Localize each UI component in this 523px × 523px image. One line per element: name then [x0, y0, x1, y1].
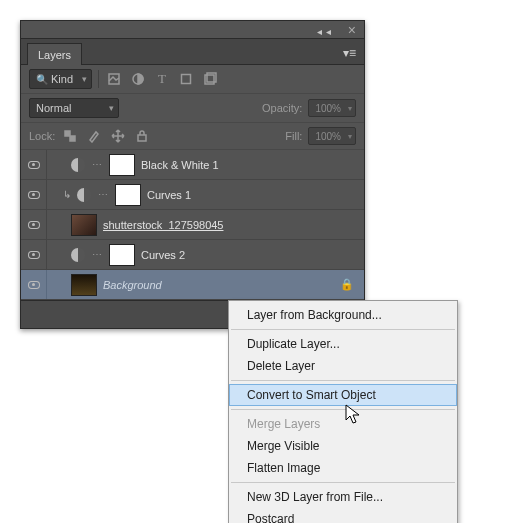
filter-kind-select[interactable]: 🔍 Kind: [29, 69, 92, 89]
menu-separator: [231, 329, 455, 330]
eye-icon: [28, 161, 40, 169]
svg-rect-7: [138, 135, 146, 141]
lock-transparency-icon[interactable]: [61, 127, 79, 145]
visibility-toggle[interactable]: [21, 180, 47, 209]
layer-list: ⋯ Black & White 1 ↳ ⋯ Curves 1 shutterst…: [21, 150, 364, 300]
filter-adjustment-icon[interactable]: [129, 70, 147, 88]
menu-new-3d-layer[interactable]: New 3D Layer from File...: [229, 486, 457, 508]
layer-mask-thumb[interactable]: [109, 154, 135, 176]
opacity-value[interactable]: 100%: [308, 99, 356, 117]
collapse-arrows-icon[interactable]: ◂◂: [317, 26, 334, 34]
layer-row[interactable]: ↳ ⋯ Curves 1: [21, 180, 364, 210]
layer-context-menu: Layer from Background... Duplicate Layer…: [228, 300, 458, 523]
filter-smartobject-icon[interactable]: [201, 70, 219, 88]
panel-menu-icon[interactable]: ▾≡: [335, 42, 364, 64]
layer-row[interactable]: Background 🔒: [21, 270, 364, 300]
divider: [98, 70, 99, 88]
adjustment-icon: [77, 188, 91, 202]
filter-type-icon[interactable]: T: [153, 70, 171, 88]
menu-delete-layer[interactable]: Delete Layer: [229, 355, 457, 377]
layer-row[interactable]: ⋯ Curves 2: [21, 240, 364, 270]
mask-link-icon[interactable]: ⋯: [97, 189, 109, 200]
layer-thumbnail[interactable]: [71, 274, 97, 296]
eye-icon: [28, 251, 40, 259]
layer-mask-thumb[interactable]: [115, 184, 141, 206]
tab-layers[interactable]: Layers: [27, 43, 82, 65]
visibility-toggle[interactable]: [21, 150, 47, 179]
menu-convert-smart-object[interactable]: Convert to Smart Object: [229, 384, 457, 406]
menu-merge-layers: Merge Layers: [229, 413, 457, 435]
menu-separator: [231, 380, 455, 381]
eye-icon: [28, 281, 40, 289]
layer-name[interactable]: shutterstock_127598045: [103, 219, 223, 231]
visibility-toggle[interactable]: [21, 210, 47, 239]
layer-name[interactable]: Curves 2: [141, 249, 185, 261]
lock-position-icon[interactable]: [109, 127, 127, 145]
blend-mode-select[interactable]: Normal: [29, 98, 119, 118]
menu-separator: [231, 482, 455, 483]
adjustment-icon: [71, 248, 85, 262]
search-icon: 🔍: [36, 74, 48, 85]
layer-row[interactable]: shutterstock_127598045: [21, 210, 364, 240]
layer-mask-thumb[interactable]: [109, 244, 135, 266]
visibility-toggle[interactable]: [21, 240, 47, 269]
menu-flatten-image[interactable]: Flatten Image: [229, 457, 457, 479]
layer-name[interactable]: Black & White 1: [141, 159, 219, 171]
clip-indicator-icon: ↳: [63, 189, 71, 200]
layers-panel: ◂◂ × Layers ▾≡ 🔍 Kind T Normal Opacity: …: [20, 20, 365, 329]
lock-icon: 🔒: [340, 278, 354, 291]
menu-layer-from-background[interactable]: Layer from Background...: [229, 304, 457, 326]
layer-thumbnail[interactable]: [71, 214, 97, 236]
panel-tabbar: Layers ▾≡: [21, 39, 364, 65]
adjustment-icon: [71, 158, 85, 172]
menu-postcard[interactable]: Postcard: [229, 508, 457, 523]
eye-icon: [28, 191, 40, 199]
eye-icon: [28, 221, 40, 229]
lock-all-icon[interactable]: [133, 127, 151, 145]
svg-rect-2: [182, 75, 191, 84]
fill-value[interactable]: 100%: [308, 127, 356, 145]
filter-pixel-icon[interactable]: [105, 70, 123, 88]
layer-name[interactable]: Curves 1: [147, 189, 191, 201]
menu-merge-visible[interactable]: Merge Visible: [229, 435, 457, 457]
lock-label: Lock:: [29, 130, 55, 142]
lock-row: Lock: Fill: 100%: [21, 123, 364, 150]
svg-rect-6: [70, 136, 75, 141]
close-icon[interactable]: ×: [344, 22, 360, 38]
menu-separator: [231, 409, 455, 410]
panel-topbar: ◂◂ ×: [21, 21, 364, 39]
opacity-label: Opacity:: [262, 102, 302, 114]
menu-duplicate-layer[interactable]: Duplicate Layer...: [229, 333, 457, 355]
mask-link-icon[interactable]: ⋯: [91, 159, 103, 170]
fill-label: Fill:: [285, 130, 302, 142]
mask-link-icon[interactable]: ⋯: [91, 249, 103, 260]
lock-pixels-icon[interactable]: [85, 127, 103, 145]
layer-name[interactable]: Background: [103, 279, 162, 291]
filter-shape-icon[interactable]: [177, 70, 195, 88]
visibility-toggle[interactable]: [21, 270, 47, 299]
blend-row: Normal Opacity: 100%: [21, 94, 364, 123]
filter-kind-label: Kind: [51, 73, 73, 85]
layer-filter-row: 🔍 Kind T: [21, 65, 364, 94]
layer-row[interactable]: ⋯ Black & White 1: [21, 150, 364, 180]
